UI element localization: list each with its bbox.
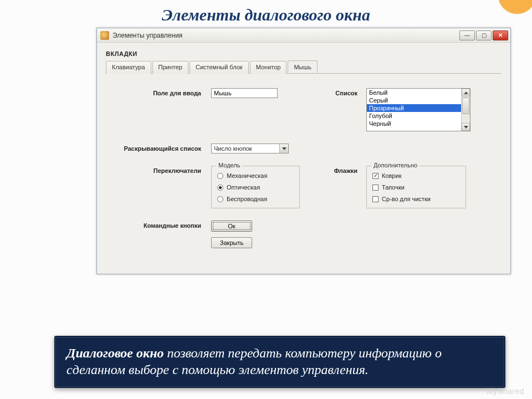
caption-bold: Диалоговое окно: [66, 346, 163, 360]
check-label: Тапочки: [382, 184, 405, 191]
scroll-down-button[interactable]: [462, 123, 470, 131]
radio-label: Механическая: [227, 172, 267, 179]
dropdown-button[interactable]: [279, 144, 288, 153]
maximize-button[interactable]: ▢: [476, 30, 492, 40]
label-radios: Переключатели: [117, 166, 211, 174]
form-area: Поле для ввода Список Белый Серый Прозра…: [106, 74, 502, 265]
close-icon: ✕: [498, 32, 503, 38]
check-group: Дополнительно ✓ Коврик Тапочки Ср-во для…: [366, 166, 466, 208]
scrollbar[interactable]: [461, 89, 470, 131]
text-input[interactable]: [211, 88, 278, 98]
check-option[interactable]: Ср-во для чистки: [372, 196, 460, 202]
app-icon: [100, 31, 109, 40]
section-heading: ВКЛАДКИ: [106, 50, 502, 57]
radio-option-selected[interactable]: Оптическая: [217, 184, 294, 191]
radio-icon: [217, 196, 223, 202]
watermark: MyShared: [487, 387, 524, 396]
label-list: Список: [305, 88, 366, 96]
dropdown-value: Число кнопок: [212, 144, 279, 153]
chevron-down-icon: [464, 126, 468, 129]
radio-group: Модель Механическая Оптическая Беспровод…: [211, 166, 300, 208]
minimize-button[interactable]: —: [459, 30, 475, 40]
tab-system-unit[interactable]: Системный блок: [190, 61, 249, 74]
checkbox-checked-icon: ✓: [372, 173, 378, 179]
radio-group-legend: Модель: [216, 162, 242, 168]
close-button[interactable]: ✕: [493, 30, 508, 40]
client-area: ВКЛАДКИ Клавиатура Принтер Системный бло…: [97, 43, 510, 274]
radio-icon: [217, 185, 223, 191]
tab-keyboard[interactable]: Клавиатура: [106, 61, 151, 74]
list-item[interactable]: Белый: [367, 89, 461, 96]
scroll-up-button[interactable]: [462, 89, 470, 96]
list-item[interactable]: Голубой: [367, 112, 461, 120]
scroll-thumb[interactable]: [462, 98, 469, 114]
close-dialog-button[interactable]: Закрыть: [211, 237, 252, 248]
tab-printer[interactable]: Принтер: [152, 61, 188, 74]
slide-caption: Диалоговое окно позволяет передать компь…: [54, 336, 505, 388]
chevron-up-icon: [464, 91, 468, 94]
checkbox-icon: [372, 185, 378, 191]
listbox[interactable]: Белый Серый Прозрачный Голубой Черный: [366, 88, 470, 131]
slide-title: Элементы диалогового окна: [0, 0, 532, 28]
checkbox-icon: [372, 196, 378, 202]
label-checks: Флажки: [305, 166, 366, 174]
radio-label: Оптическая: [227, 184, 260, 191]
check-label: Коврик: [382, 172, 401, 179]
scroll-track[interactable]: [462, 96, 470, 123]
tab-mouse[interactable]: Мышь: [288, 60, 318, 73]
list-item[interactable]: Серый: [367, 96, 461, 104]
dialog-window: Элементы управления — ▢ ✕ ВКЛАДКИ Клавиа…: [96, 28, 511, 274]
radio-label: Беспроводная: [227, 196, 267, 202]
label-input: Поле для ввода: [117, 88, 211, 96]
tab-monitor[interactable]: Монитор: [250, 61, 287, 74]
maximize-icon: ▢: [482, 32, 487, 38]
label-buttons: Командные кнопки: [117, 221, 211, 229]
label-dropdown: Раскрывающийся список: [117, 144, 211, 152]
check-option[interactable]: Тапочки: [372, 184, 460, 191]
window-title: Элементы управления: [112, 32, 459, 39]
radio-icon: [217, 173, 223, 179]
check-group-legend: Дополнительно: [371, 162, 420, 168]
titlebar[interactable]: Элементы управления — ▢ ✕: [97, 28, 510, 43]
list-item-selected[interactable]: Прозрачный: [367, 104, 461, 112]
check-label: Ср-во для чистки: [382, 196, 431, 202]
minimize-icon: —: [464, 32, 470, 38]
chevron-down-icon: [282, 147, 287, 150]
check-option[interactable]: ✓ Коврик: [372, 172, 460, 179]
radio-option[interactable]: Беспроводная: [217, 196, 294, 202]
radio-option[interactable]: Механическая: [217, 172, 294, 179]
list-item[interactable]: Черный: [367, 120, 461, 127]
slide-decoration: [482, 0, 532, 25]
list-items: Белый Серый Прозрачный Голубой Черный: [367, 89, 461, 131]
ok-button[interactable]: Ок: [211, 221, 252, 232]
tab-bar: Клавиатура Принтер Системный блок Монито…: [106, 60, 502, 74]
dropdown[interactable]: Число кнопок: [211, 144, 289, 154]
